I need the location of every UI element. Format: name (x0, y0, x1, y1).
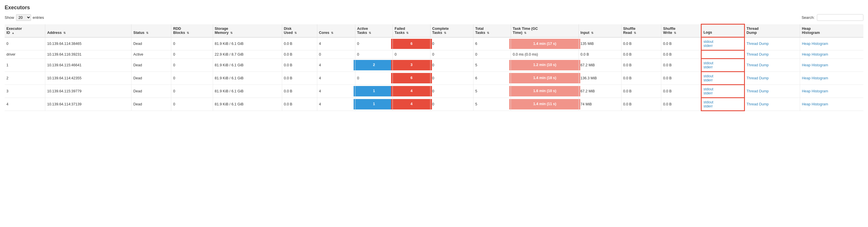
task-time-value: 1.4 min (17 s) (509, 39, 580, 49)
col-header-heap-histogram: HeapHistogram (800, 24, 863, 37)
col-header-executor-id[interactable]: ExecutorID ▲ (5, 24, 45, 37)
cell-status: Active (133, 52, 143, 56)
cell-thread-dump: Thread Dump (744, 72, 800, 85)
cell-cores: 4 (319, 89, 321, 93)
log-link-stderr[interactable]: stderr (704, 91, 742, 95)
heap-histogram-link[interactable]: Heap Histogram (802, 42, 862, 46)
cell-storage-memory: 81.9 KiB / 6.1 GiB (215, 102, 244, 106)
cell-storage-memory: 22.9 KiB / 8.7 GiB (215, 52, 244, 56)
cell-total-tasks: 5 (475, 63, 477, 67)
cell-shuffle-write: 0.0 B (663, 102, 672, 106)
log-link-stdout[interactable]: stdout (704, 40, 742, 44)
log-link-stdout[interactable]: stdout (704, 61, 742, 65)
cell-failed-tasks: 0 (393, 50, 430, 59)
cell-shuffle-read: 0.0 B (623, 89, 632, 93)
search-label: Search: (802, 15, 814, 20)
thread-dump-link[interactable]: Thread Dump (747, 89, 798, 93)
table-row: 310.139.64.115:39779Dead081.9 KiB / 6.1 … (5, 85, 863, 98)
col-header-failed-tasks[interactable]: FailedTasks ⇅ (393, 24, 430, 37)
cell-storage-memory: 81.9 KiB / 6.1 GiB (215, 89, 244, 93)
col-header-cores[interactable]: Cores ⇅ (317, 24, 355, 37)
col-header-rdd-blocks[interactable]: RDDBlocks ⇅ (171, 24, 213, 37)
cell-active-tasks: 0 (355, 50, 393, 59)
table-row: 410.139.64.114:37139Dead081.9 KiB / 6.1 … (5, 98, 863, 111)
cell-status: Dead (133, 63, 142, 67)
search-area: Search: (802, 14, 863, 21)
cell-executor-id: driver (6, 52, 16, 56)
cell-input: 67.2 MiB (581, 89, 595, 93)
cell-shuffle-read: 0.0 B (623, 42, 632, 46)
page-title: Executors (5, 5, 863, 11)
col-header-active-tasks[interactable]: ActiveTasks ⇅ (355, 24, 393, 37)
cell-shuffle-read: 0.0 B (623, 102, 632, 106)
executors-table: ExecutorID ▲ Address ⇅ Status ⇅ RDDBlock… (5, 24, 863, 111)
cell-storage-memory: 81.9 KiB / 6.1 GiB (215, 76, 244, 80)
col-header-total-tasks[interactable]: TotalTasks ⇅ (473, 24, 511, 37)
cell-complete-tasks: 0 (432, 89, 434, 93)
show-entries-control: Show 20 10 50 100 entries (5, 14, 44, 21)
cell-cores: 4 (319, 102, 321, 106)
col-header-complete-tasks[interactable]: CompleteTasks ⇅ (430, 24, 473, 37)
cell-shuffle-write: 0.0 B (663, 52, 672, 56)
col-header-disk-used[interactable]: DiskUsed ⇅ (282, 24, 317, 37)
active-tasks-value: 1 (353, 86, 394, 97)
task-time-value: 0.0 ms (0.0 ms) (513, 52, 538, 56)
cell-address: 10.139.64.114:38465 (47, 42, 81, 46)
log-link-stderr[interactable]: stderr (704, 78, 742, 82)
cell-thread-dump: Thread Dump (744, 59, 800, 72)
log-link-stderr[interactable]: stderr (704, 104, 742, 108)
log-link-stderr[interactable]: stderr (704, 44, 742, 48)
failed-tasks-value: 4 (391, 99, 432, 109)
col-header-address[interactable]: Address ⇅ (45, 24, 131, 37)
cell-task-time: 1.6 min (10 s) (511, 85, 579, 98)
entries-select[interactable]: 20 10 50 100 (16, 14, 31, 21)
col-header-shuffle-read[interactable]: ShuffleRead ⇅ (621, 24, 661, 37)
task-time-value: 1.4 min (11 s) (509, 99, 580, 109)
thread-dump-link[interactable]: Thread Dump (747, 63, 798, 67)
cell-total-tasks: 6 (475, 76, 477, 80)
cell-active-tasks: 1 (355, 98, 393, 111)
table-row: 210.139.64.114:42355Dead081.9 KiB / 6.1 … (5, 72, 863, 85)
heap-histogram-link[interactable]: Heap Histogram (802, 76, 862, 80)
task-time-value: 1.2 min (10 s) (509, 60, 580, 70)
search-input[interactable] (817, 14, 863, 21)
col-header-input[interactable]: Input ⇅ (579, 24, 621, 37)
cell-rdd-blocks: 0 (173, 63, 175, 67)
thread-dump-link[interactable]: Thread Dump (747, 102, 798, 106)
heap-histogram-link[interactable]: Heap Histogram (802, 52, 862, 56)
top-controls: Show 20 10 50 100 entries Search: (5, 14, 863, 21)
log-link-stderr[interactable]: stderr (704, 65, 742, 69)
cell-complete-tasks: 0 (432, 63, 434, 67)
cell-logs (701, 50, 744, 59)
cell-rdd-blocks: 0 (173, 42, 175, 46)
cell-address: 10.139.64.115:39779 (47, 89, 81, 93)
cell-heap-histogram: Heap Histogram (800, 50, 863, 59)
table-header-row: ExecutorID ▲ Address ⇅ Status ⇅ RDDBlock… (5, 24, 863, 37)
thread-dump-link[interactable]: Thread Dump (747, 76, 798, 80)
log-link-stdout[interactable]: stdout (704, 74, 742, 78)
log-link-stdout[interactable]: stdout (704, 87, 742, 91)
cell-rdd-blocks: 0 (173, 89, 175, 93)
heap-histogram-link[interactable]: Heap Histogram (802, 102, 862, 106)
cell-disk-used: 0.0 B (284, 63, 292, 67)
cell-failed-tasks: 4 (393, 85, 430, 98)
heap-histogram-link[interactable]: Heap Histogram (802, 89, 862, 93)
log-link-stdout[interactable]: stdout (704, 100, 742, 104)
entries-label: entries (33, 15, 44, 20)
col-header-task-time[interactable]: Task Time (GCTime) ⇅ (511, 24, 579, 37)
thread-dump-link[interactable]: Thread Dump (747, 52, 798, 56)
cell-input: 0.0 B (581, 52, 589, 56)
cell-total-tasks: 0 (475, 52, 477, 56)
cell-complete-tasks: 0 (432, 42, 434, 46)
task-time-value: 1.6 min (10 s) (509, 86, 580, 97)
table-row: driver10.139.64.116:39231Active022.9 KiB… (5, 50, 863, 59)
col-header-storage-memory[interactable]: StorageMemory ⇅ (213, 24, 282, 37)
cell-failed-tasks: 4 (393, 98, 430, 111)
thread-dump-link[interactable]: Thread Dump (747, 42, 798, 46)
cell-address: 10.139.64.116:39231 (47, 52, 81, 56)
col-header-status[interactable]: Status ⇅ (131, 24, 171, 37)
heap-histogram-link[interactable]: Heap Histogram (802, 63, 862, 67)
failed-tasks-value: 0 (395, 52, 397, 56)
col-header-shuffle-write[interactable]: ShuffleWrite ⇅ (661, 24, 701, 37)
cell-executor-id: 1 (6, 63, 8, 67)
